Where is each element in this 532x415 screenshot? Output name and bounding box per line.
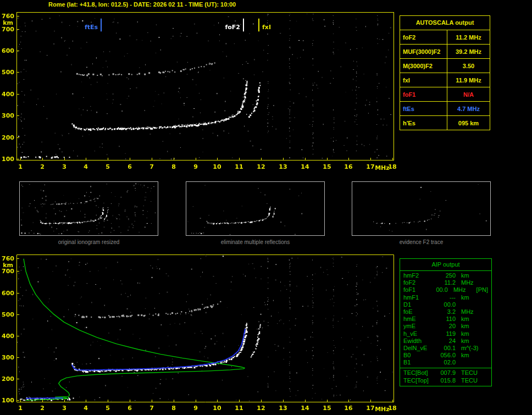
aip-param-name: DelN_vE [403, 345, 437, 352]
aip-param-value: 11.2 [437, 279, 456, 286]
aip-row: hmF1---km [400, 294, 491, 301]
autoscala-param-value: 3.50 [447, 59, 490, 73]
autoscala-row: foF211.2 MHz [400, 30, 490, 45]
aip-output-table: AIP output hmF2250kmfoF211.2MHzfoF100.0M… [400, 258, 492, 386]
autoscala-param-value: 11.2 MHz [447, 30, 490, 44]
aip-param-value: 250 [437, 272, 456, 279]
aip-param-unit: MHz [448, 286, 476, 294]
thumbnail-caption: evidence F2 trace [352, 239, 491, 245]
autoscala-param-label: M(3000)F2 [400, 59, 447, 73]
aip-param-name: hmF1 [403, 294, 437, 301]
autoscala-output-table: AUTOSCALA output foF211.2 MHzMUF(3000)F2… [400, 15, 490, 130]
autoscala-param-label: ftEs [400, 102, 447, 115]
aip-row: Ewidth24km [400, 337, 491, 345]
aip-param-value: 00.1 [437, 345, 456, 352]
thumbnail-cleaned-ionogram [186, 181, 325, 236]
aip-param-name: hmE [403, 316, 437, 323]
autoscala-param-value: 4.7 MHz [447, 102, 490, 115]
aip-param-name: B0 [403, 352, 437, 359]
scaled-ionogram-canvas [0, 8, 398, 173]
thumbnail-original-canvas [20, 182, 158, 235]
aip-param-value: 20 [437, 323, 456, 330]
aip-param-unit: TECU [456, 369, 488, 377]
aip-param-name: foF2 [403, 279, 437, 286]
autoscala-param-label: fxI [400, 73, 447, 87]
aip-param-unit: km [456, 330, 488, 337]
aip-param-value: 015.8 [437, 377, 456, 384]
aip-param-name: h_vE [403, 330, 437, 337]
autoscala-param-value: 11.9 MHz [447, 73, 490, 87]
aip-row: foE3.2MHz [400, 308, 491, 316]
aip-param-value: --- [437, 294, 456, 301]
autoscala-row: ftEs4.7 MHz [400, 102, 490, 116]
aip-param-unit [456, 301, 488, 308]
autoscala-row: MUF(3000)F239.2 MHz [400, 45, 490, 59]
aip-table-title: AIP output [400, 259, 491, 271]
aip-param-value: 007.9 [437, 369, 456, 377]
aip-param-name: Ewidth [403, 337, 437, 345]
aip-param-name: TEC[Bot] [403, 369, 437, 377]
aip-param-value: 02.0 [437, 359, 456, 366]
aip-param-value: 00.0 [432, 286, 448, 294]
aip-row: DelN_vE00.1m^(-3) [400, 345, 491, 352]
aip-param-unit [456, 359, 488, 366]
aip-param-unit: MHz [456, 279, 488, 286]
aip-param-unit: MHz [456, 308, 488, 316]
page-title: Rome (lat: +41.8, lon: 012.5) - DATE: 20… [48, 1, 236, 8]
aip-param-name: ymE [403, 323, 437, 330]
aip-param-unit: km [456, 352, 488, 359]
aip-param-unit: km [456, 316, 488, 323]
aip-param-name: hmF2 [403, 272, 437, 279]
aip-row: TEC[Top]015.8TECU [400, 377, 491, 384]
autoscala-param-value: 095 km [447, 116, 490, 130]
thumbnail-caption: original ionogram resized [19, 239, 158, 245]
aip-param-unit: km [456, 294, 488, 301]
autoscala-param-label: foF2 [400, 30, 447, 44]
aip-param-value: 119 [437, 330, 456, 337]
thumbnail-cleaned-canvas [186, 182, 324, 235]
aip-param-name: D1 [403, 301, 437, 308]
aip-row: foF211.2MHz [400, 279, 491, 286]
autoscala-row: h'Es095 km [400, 116, 490, 130]
aip-row: foF100.0MHz[PN] [400, 286, 491, 294]
aip-param-flag: [PN] [476, 286, 488, 294]
aip-param-unit: km [456, 272, 488, 279]
autoscala-param-label: h'Es [400, 116, 447, 130]
aip-param-name: TEC[Top] [403, 377, 437, 384]
aip-table-rows: hmF2250kmfoF211.2MHzfoF100.0MHz[PN]hmF1-… [400, 271, 491, 366]
aip-row: B102.0 [400, 359, 491, 366]
profile-ionogram-canvas [0, 250, 398, 415]
autoscala-param-value: 39.2 MHz [447, 45, 490, 58]
autoscala-window: Rome (lat: +41.8, lon: 012.5) - DATE: 20… [0, 0, 532, 415]
thumbnail-f2-canvas [352, 182, 490, 235]
autoscala-table-title: AUTOSCALA output [400, 16, 490, 30]
aip-param-value: 00.0 [437, 301, 456, 308]
autoscala-param-value: N/A [447, 87, 490, 101]
aip-param-name: B1 [403, 359, 437, 366]
aip-row: ymE20km [400, 323, 491, 330]
aip-param-name: foE [403, 308, 437, 316]
autoscala-table-rows: foF211.2 MHzMUF(3000)F239.2 MHzM(3000)F2… [400, 30, 490, 130]
aip-param-name: foF1 [403, 286, 432, 294]
thumbnail-caption: eliminate multiple reflections [186, 239, 325, 245]
aip-param-unit: TECU [456, 377, 488, 384]
aip-param-value: 110 [437, 316, 456, 323]
autoscala-row: M(3000)F23.50 [400, 59, 490, 73]
aip-param-unit: m^(-3) [456, 345, 488, 352]
aip-row: hmE110km [400, 316, 491, 323]
aip-row: h_vE119km [400, 330, 491, 337]
aip-row: hmF2250km [400, 272, 491, 279]
thumbnail-f2-trace [352, 181, 491, 236]
autoscala-row: foF1N/A [400, 87, 490, 102]
autoscala-row: fxI11.9 MHz [400, 73, 490, 87]
aip-param-value: 056.0 [437, 352, 456, 359]
aip-param-unit: km [456, 337, 488, 345]
autoscala-param-label: MUF(3000)F2 [400, 45, 447, 58]
aip-param-value: 3.2 [437, 308, 456, 316]
aip-row: D100.0 [400, 301, 491, 308]
aip-row: B0056.0km [400, 352, 491, 359]
aip-tec-rows: TEC[Bot]007.9TECUTEC[Top]015.8TECU [400, 368, 491, 384]
thumbnail-original-ionogram [19, 181, 158, 236]
aip-row: TEC[Bot]007.9TECU [400, 369, 491, 377]
aip-param-unit: km [456, 323, 488, 330]
